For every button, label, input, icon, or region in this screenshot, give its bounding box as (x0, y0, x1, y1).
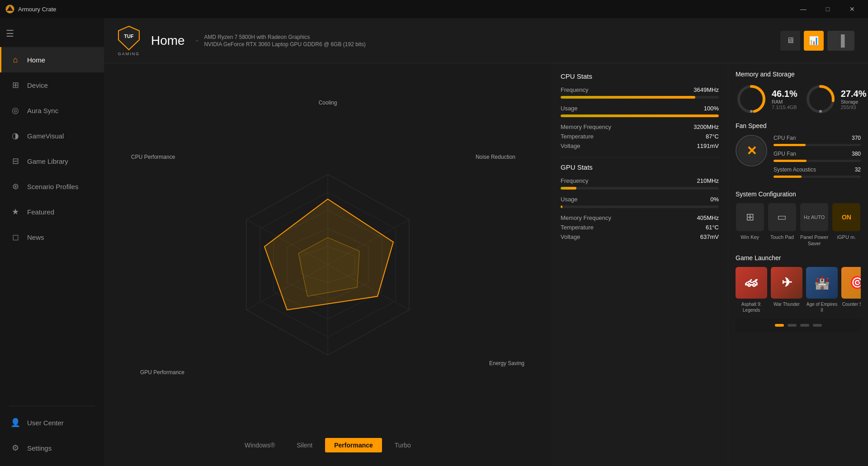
sidebar-divider (9, 406, 95, 406)
page-title: Home (151, 33, 185, 48)
winkey-button[interactable]: ⊞ (736, 203, 764, 231)
ram-label: RAM (772, 99, 797, 105)
cpu-fan-bar-wrap (774, 144, 861, 146)
menu-button[interactable]: ☰ (0, 24, 20, 43)
ram-sub: 7.1/15.4GB (772, 105, 797, 110)
game-item-age-of-empires[interactable]: 🏰 Age of Empires II (806, 267, 838, 313)
tab-silent[interactable]: Silent (288, 438, 321, 452)
gpu-mem-freq-label: Memory Frequency (561, 214, 611, 221)
maximize-button[interactable]: □ (817, 0, 838, 18)
cpu-frequency-label: Frequency (561, 86, 588, 93)
ram-gauge: 46.1% RAM 7.1/15.4GB (736, 83, 797, 115)
acoustics-row: System Acoustics 32 (774, 166, 861, 173)
config-item-panel-power: Hz AUTO Panel Power Saver (800, 203, 829, 247)
sidebar-label-user: User Center (27, 419, 64, 427)
sidebar-item-aura-sync[interactable]: ◎ Aura Sync (0, 98, 104, 123)
fan-stats: CPU Fan 370 GPU Fan 380 (774, 135, 861, 180)
stats-divider-1 (561, 157, 719, 158)
cpu-voltage-value: 1191mV (697, 143, 719, 149)
cpu-usage-value: 100% (704, 105, 719, 112)
cpu-mem-freq-row: Memory Frequency 3200MHz (561, 124, 719, 130)
config-button[interactable]: ▐ (827, 31, 854, 51)
stats-button[interactable]: 📊 (804, 31, 824, 51)
gpu-fan-row: GPU Fan 380 (774, 151, 861, 157)
gpu-frequency-label: Frequency (561, 177, 588, 184)
fan-speed-title: Fan Speed (736, 122, 861, 129)
nav-dot-1[interactable] (775, 324, 784, 327)
game-item-counter-strike[interactable]: 🎯 Counter Strike: (841, 267, 861, 313)
cpu-fan-label: CPU Fan (774, 135, 796, 141)
nav-dot-2[interactable] (788, 324, 797, 327)
game-item-war-thunder[interactable]: ✈ War Thunder (771, 267, 802, 313)
app-title: Armoury Crate (18, 6, 57, 13)
acoustics-label: System Acoustics (774, 166, 816, 173)
touchpad-button[interactable]: ▭ (768, 203, 796, 231)
config-icons-row: ⊞ Win Key ▭ Touch Pad Hz AUT (736, 203, 861, 247)
acoustics-bar (774, 176, 802, 178)
winkey-label: Win Key (741, 234, 759, 240)
cpu-usage-bar (561, 114, 719, 117)
cpu-fan-bar (774, 144, 806, 146)
display-button[interactable]: 🖥 (780, 31, 800, 51)
sidebar-label-device: Device (27, 81, 48, 89)
gamevisual-icon: ◑ (9, 129, 22, 142)
cpu-temp-value: 87°C (706, 133, 719, 140)
gpu-frequency-row: Frequency 210MHz (561, 177, 719, 184)
cpu-frequency-row: Frequency 3649MHz (561, 86, 719, 93)
game-name-war-thunder: War Thunder (774, 301, 800, 307)
igpu-button[interactable]: ON (832, 203, 860, 231)
game-launcher-section: Game Launcher 🏎 Asphalt 9: Legends ✈ (736, 254, 861, 313)
sidebar-label-home: Home (27, 56, 45, 64)
cpu-usage-label: Usage (561, 105, 578, 112)
sidebar-item-game-library[interactable]: ⊟ Game Library (0, 148, 104, 174)
gpu-usage-row: Usage 0% (561, 196, 719, 203)
cpu-usage-bar-wrap (561, 114, 719, 117)
minimize-button[interactable]: — (793, 0, 814, 18)
tuf-logo: TUF GAMING (118, 25, 140, 56)
sidebar-item-news[interactable]: ◻ News (0, 224, 104, 250)
news-icon: ◻ (9, 231, 22, 243)
game-name-counter-strike: Counter Strike: (842, 301, 861, 307)
user-icon: 👤 (9, 416, 22, 429)
sidebar-label-game-library: Game Library (27, 157, 68, 165)
gpu-frequency-bar (561, 187, 576, 190)
gpu-stats-section: GPU Stats Frequency 210MHz Usage 0% (561, 163, 719, 243)
gpu-mem-freq-row: Memory Frequency 405MHz (561, 214, 719, 221)
panel-power-icon: Hz AUTO (804, 214, 825, 220)
panel-power-button[interactable]: Hz AUTO (800, 203, 828, 231)
sidebar-item-user-center[interactable]: 👤 User Center (0, 410, 104, 435)
gpu-stats-title: GPU Stats (561, 163, 719, 171)
sidebar-item-scenario-profiles[interactable]: ⊛ Scenario Profiles (0, 174, 104, 199)
stats-panel: CPU Stats Frequency 3649MHz Usage 100% (552, 63, 728, 466)
storage-label: Storage (841, 99, 867, 105)
sidebar-item-featured[interactable]: ★ Featured (0, 199, 104, 224)
cpu-usage-row: Usage 100% (561, 105, 719, 112)
touchpad-icon: ▭ (777, 211, 787, 223)
nav-dot-4[interactable] (813, 324, 822, 327)
sidebar-label-gamevisual: GameVisual (27, 132, 64, 140)
gpu-fan-value: 380 (852, 151, 861, 157)
sidebar-item-gamevisual[interactable]: ◑ GameVisual (0, 123, 104, 148)
sidebar-item-settings[interactable]: ⚙ Settings (0, 435, 104, 461)
radar-label-cpu-perf: CPU Performance (131, 154, 175, 160)
right-panel: Memory and Storage (728, 63, 868, 466)
nav-dot-3[interactable] (800, 324, 809, 327)
sidebar-item-device[interactable]: ⊞ Device (0, 72, 104, 98)
game-item-asphalt[interactable]: 🏎 Asphalt 9: Legends (736, 267, 767, 313)
app-icon (5, 5, 14, 14)
gpu-temp-row: Temperature 61°C (561, 224, 719, 231)
close-button[interactable]: ✕ (842, 0, 863, 18)
sidebar-item-home[interactable]: ⌂ Home (0, 47, 104, 72)
igpu-label: iGPU m. (837, 234, 856, 240)
settings-icon: ⚙ (9, 442, 22, 454)
cpu-voltage-row: Voltage 1191mV (561, 143, 719, 149)
sidebar-label-settings: Settings (27, 444, 52, 452)
cpu-frequency-bar-wrap (561, 96, 719, 99)
cpu-fan-value: 370 (852, 135, 861, 141)
tab-performance[interactable]: Performance (325, 438, 382, 452)
game-thumb-age-of-empires: 🏰 (806, 267, 838, 299)
gpu-voltage-row: Voltage 637mV (561, 233, 719, 240)
tab-windows[interactable]: Windows® (236, 438, 284, 452)
tab-turbo[interactable]: Turbo (386, 438, 420, 452)
radar-label-energy: Energy Saving (489, 360, 524, 366)
